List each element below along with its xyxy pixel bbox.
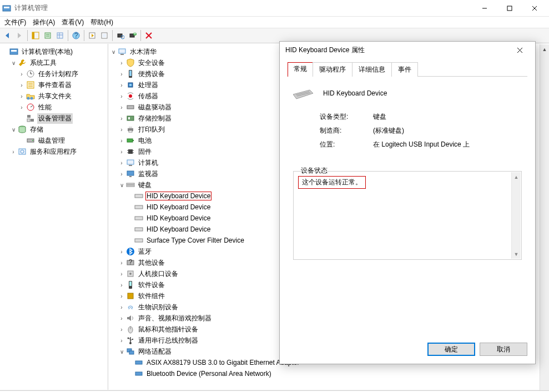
expander-blank: [18, 114, 26, 122]
expander-open-icon[interactable]: ∨: [9, 125, 17, 133]
expander-icon[interactable]: ›: [118, 314, 125, 322]
expander-icon[interactable]: ›: [118, 114, 125, 122]
unknown-icon: ?: [126, 258, 135, 267]
tab-details[interactable]: 详细信息: [352, 62, 392, 77]
status-scrollbar[interactable]: ▲▼: [511, 172, 521, 259]
maximize-button[interactable]: [497, 1, 522, 16]
expander-blank: [126, 237, 134, 244]
svg-rect-102: [129, 351, 134, 354]
svg-rect-63: [127, 139, 133, 142]
svg-rect-65: [128, 149, 133, 154]
expander-icon[interactable]: ›: [118, 103, 125, 111]
tab-general[interactable]: 常规: [288, 62, 313, 77]
minimize-button[interactable]: [472, 1, 497, 16]
network-adapter-icon: [134, 369, 143, 378]
left-tree-pane[interactable]: 计算机管理(本地) ∨ 系统工具 › 任务计划程序 › 事件查看器 › 共享文件…: [0, 44, 108, 390]
expander-icon[interactable]: ›: [118, 81, 125, 89]
expander-icon[interactable]: ›: [118, 137, 125, 144]
properties-button[interactable]: [42, 29, 54, 42]
svg-rect-84: [135, 228, 143, 231]
svg-rect-3: [507, 6, 512, 11]
event-log-icon: [26, 81, 35, 89]
expander-icon[interactable]: ›: [118, 281, 125, 289]
expander-icon[interactable]: ›: [118, 170, 125, 178]
right-scrollbar[interactable]: ▲: [540, 44, 549, 390]
expander-icon[interactable]: ›: [18, 81, 26, 89]
scan-hardware-button[interactable]: [114, 29, 127, 42]
computer-icon: [118, 47, 127, 56]
tree-event-viewer[interactable]: › 事件查看器: [1, 79, 108, 91]
tree-view-button[interactable]: [54, 29, 66, 42]
close-button[interactable]: [522, 1, 547, 16]
dev-net-btpan[interactable]: Bluetooth Device (Personal Area Network): [109, 368, 549, 379]
tab-driver[interactable]: 驱动程序: [313, 62, 352, 77]
help-button[interactable]: ?: [70, 29, 82, 42]
expander-icon[interactable]: ›: [118, 303, 125, 311]
expander-icon[interactable]: ›: [18, 70, 26, 78]
status-text: 这个设备运转正常。: [298, 176, 366, 189]
expander-blank: [126, 225, 134, 233]
expander-icon[interactable]: ›: [118, 148, 125, 155]
expander-icon[interactable]: ›: [9, 148, 17, 155]
tab-events[interactable]: 事件: [391, 62, 418, 77]
menu-action[interactable]: 操作(A): [29, 17, 58, 28]
expander-icon[interactable]: ›: [118, 125, 125, 133]
expander-blank: [126, 203, 134, 211]
cancel-button[interactable]: 取消: [480, 343, 527, 356]
menu-file[interactable]: 文件(F): [1, 17, 29, 28]
expander-icon[interactable]: ›: [18, 103, 26, 111]
svg-rect-72: [127, 171, 134, 175]
tab-general-content: HID Keyboard Device 设备类型:键盘 制造商:(标准键盘) 位…: [288, 77, 527, 265]
scroll-up-icon[interactable]: ▲: [540, 44, 549, 54]
menu-help[interactable]: 帮助(H): [87, 17, 117, 28]
expander-icon[interactable]: ›: [118, 259, 125, 267]
expander-icon[interactable]: ›: [118, 70, 125, 78]
expander-icon[interactable]: ›: [118, 92, 125, 100]
app-icon: [2, 4, 11, 13]
status-textbox[interactable]: 这个设备运转正常。 ▲▼: [293, 171, 522, 260]
tree-root[interactable]: 计算机管理(本地): [1, 46, 108, 57]
expander-open-icon[interactable]: ∨: [9, 59, 17, 67]
mouse-icon: [126, 325, 135, 334]
expander-open-icon[interactable]: ∨: [109, 48, 117, 56]
svg-rect-64: [133, 140, 134, 141]
disk-icon: [26, 136, 35, 145]
expander-icon[interactable]: ›: [118, 159, 125, 167]
add-legacy-button[interactable]: +: [127, 29, 139, 42]
tree-disk-management[interactable]: 磁盘管理: [1, 135, 108, 146]
speaker-icon: [126, 314, 135, 323]
expander-icon[interactable]: ›: [118, 59, 125, 67]
expander-icon[interactable]: [1, 48, 9, 56]
tree-shared-folders[interactable]: › 共享文件夹: [1, 91, 108, 102]
expander-icon[interactable]: ›: [118, 248, 125, 255]
menu-view[interactable]: 查看(V): [58, 17, 87, 28]
uninstall-button[interactable]: [98, 29, 110, 42]
show-hide-tree-button[interactable]: [29, 29, 42, 42]
delete-button[interactable]: [143, 29, 155, 42]
svg-text:?: ?: [74, 32, 78, 39]
tree-task-scheduler[interactable]: › 任务计划程序: [1, 68, 108, 79]
mfr-label: 制造商:: [320, 126, 373, 135]
expander-icon[interactable]: ›: [18, 92, 26, 100]
expander-icon[interactable]: ›: [118, 336, 125, 344]
dialog-close-button[interactable]: [510, 42, 530, 58]
svg-rect-104: [135, 372, 142, 375]
sensor-icon: [126, 92, 135, 100]
forward-button[interactable]: [13, 29, 26, 42]
expander-icon[interactable]: ›: [118, 325, 125, 333]
svg-rect-83: [135, 217, 143, 220]
tree-storage[interactable]: ∨ 存储: [1, 124, 108, 135]
expander-icon[interactable]: ›: [118, 270, 125, 278]
ok-button[interactable]: 确定: [427, 343, 475, 356]
device-manager-icon: [26, 114, 35, 123]
tree-device-manager[interactable]: 设备管理器: [1, 113, 108, 124]
expander-open-icon[interactable]: ∨: [118, 348, 125, 355]
tree-services-apps[interactable]: › 服务和应用程序: [1, 146, 108, 157]
tree-systools[interactable]: ∨ 系统工具: [1, 57, 108, 68]
tree-performance[interactable]: › 性能: [1, 102, 108, 113]
expander-icon[interactable]: ›: [118, 292, 125, 300]
back-button[interactable]: [1, 29, 13, 42]
update-button[interactable]: [86, 29, 98, 42]
expander-open-icon[interactable]: ∨: [118, 181, 125, 189]
svg-point-47: [32, 140, 33, 141]
